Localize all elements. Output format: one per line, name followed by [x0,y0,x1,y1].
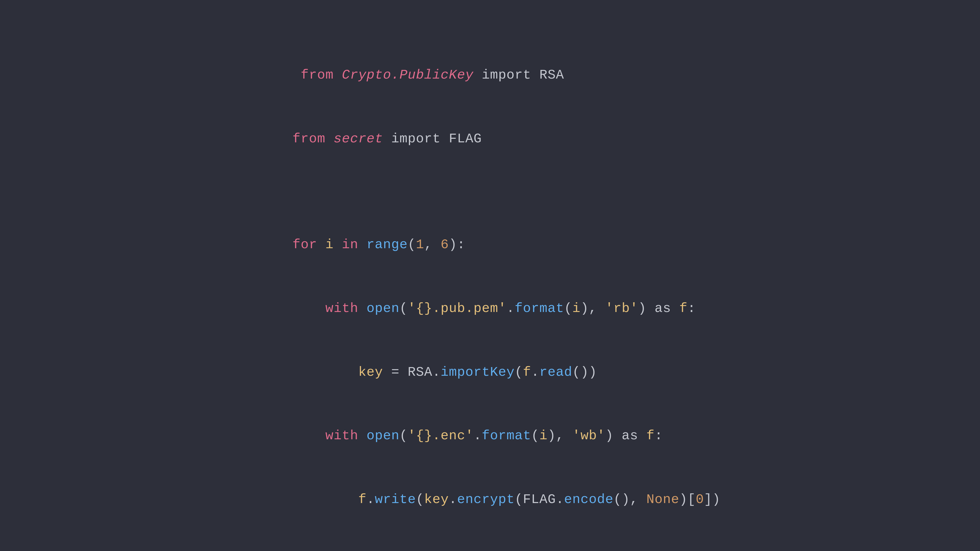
line-write: f.write(key.encrypt(FLAG.encode(), None)… [259,468,721,531]
range-fn: range [366,237,407,252]
flag-ref: FLAG [523,492,556,507]
str-pub-pem: '{}.pub.pem' [408,301,507,316]
var-i2: i [539,428,547,443]
str-wb: 'wb' [572,428,605,443]
line-blank3 [259,192,721,213]
var-key: key [358,365,383,380]
import-kw2: import [391,131,441,146]
var-f2: f [523,365,531,380]
flag-name: FLAG [449,131,482,146]
num-1: 1 [416,237,424,252]
line-with1: with open('{}.pub.pem'.format(i), 'rb') … [259,276,721,340]
with-kw1: with [325,301,358,316]
format-fn1: format [515,301,564,316]
var-f1: f [679,301,687,316]
line-shebang: #!/usr/bin/env python3 [259,0,721,22]
encode-fn: encode [564,492,613,507]
format-fn2: format [482,428,531,443]
var-key2: key [424,492,449,507]
none-val: None [646,492,679,507]
encrypt-fn: encrypt [457,492,515,507]
as-kw2: as [622,428,638,443]
num-0: 0 [696,492,704,507]
line-blank1 [259,22,721,43]
module-secret: secret [334,131,383,146]
line-with2: with open('{}.enc'.format(i), 'wb') as f… [259,404,721,468]
open-fn2: open [366,428,399,443]
as-kw1: as [655,301,671,316]
str-enc: '{}.enc' [408,428,474,443]
write-fn: write [375,492,416,507]
module-crypto: Crypto.PublicKey [342,68,474,83]
var-i-for: i [325,237,334,252]
code-block: #!/usr/bin/env python3 from Crypto.Publi… [234,0,746,551]
line-key-assign: key = RSA.importKey(f.read()) [259,340,721,404]
line-for: for i in range(1, 6): [259,213,721,277]
line-blank2 [259,171,721,192]
read-fn: read [539,365,572,380]
str-rb: 'rb' [605,301,638,316]
from-kw2: from [293,131,325,146]
open-fn1: open [366,301,399,316]
indent1 [293,68,301,83]
import-kw1: import [482,68,531,83]
importkey-fn: importKey [441,365,515,380]
rsa-name: RSA [539,68,564,83]
from-kw1: from [301,68,334,83]
line-import1: from Crypto.PublicKey import RSA [259,43,721,107]
var-f4: f [358,492,366,507]
num-6: 6 [441,237,449,252]
with-kw2: with [325,428,358,443]
for-kw: for [293,237,317,252]
in-kw: in [342,237,359,252]
var-i1: i [572,301,580,316]
var-f3: f [646,428,655,443]
rsa-ref: RSA [408,365,433,380]
line-import2: from secret import FLAG [259,107,721,171]
